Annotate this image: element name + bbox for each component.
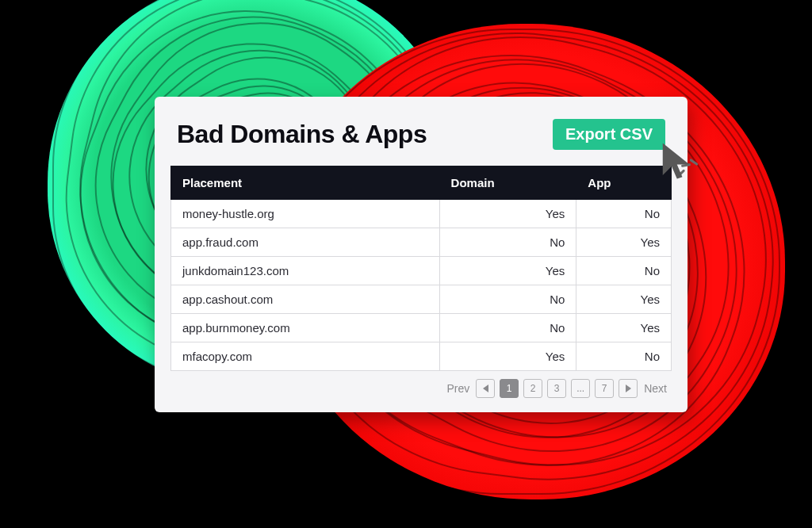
pager-page-2[interactable]: 2	[523, 379, 542, 398]
cell-app: No	[576, 342, 672, 371]
cell-placement: junkdomain123.com	[171, 257, 440, 285]
table-row: app.fraud.comNoYes	[171, 228, 672, 257]
cell-placement: app.burnmoney.com	[171, 314, 440, 342]
cell-domain: No	[439, 228, 576, 257]
table-row: junkdomain123.comYesNo	[171, 257, 672, 285]
placements-table: Placement Domain App money-hustle.orgYes…	[170, 166, 672, 371]
chevron-left-icon	[483, 385, 488, 392]
page-title: Bad Domains & Apps	[177, 120, 427, 149]
pager-page-3[interactable]: 3	[547, 379, 566, 398]
pager-page-7[interactable]: 7	[595, 379, 614, 398]
pager-page-1[interactable]: 1	[500, 379, 519, 398]
cell-domain: Yes	[439, 342, 576, 371]
cell-domain: No	[439, 314, 576, 342]
pagination: Prev 123...7 Next	[155, 379, 688, 398]
export-csv-button[interactable]: Export CSV	[553, 119, 665, 150]
cell-domain: Yes	[439, 257, 576, 285]
table-row: money-hustle.orgYesNo	[171, 200, 672, 228]
cell-domain: No	[439, 285, 576, 314]
cell-app: No	[576, 257, 672, 285]
col-placement: Placement	[171, 166, 440, 200]
cell-placement: app.fraud.com	[171, 228, 440, 257]
cursor-icon	[657, 140, 700, 186]
pager-page-...[interactable]: ...	[571, 379, 590, 398]
pager-prev-arrow[interactable]	[476, 379, 495, 398]
pager-next[interactable]: Next	[642, 382, 668, 395]
table-row: app.burnmoney.comNoYes	[171, 314, 672, 342]
chevron-right-icon	[626, 385, 631, 392]
table-row: app.cashout.comNoYes	[171, 285, 672, 314]
col-domain: Domain	[439, 166, 576, 200]
cell-placement: mfacopy.com	[171, 342, 440, 371]
pager-next-arrow[interactable]	[619, 379, 638, 398]
cell-placement: money-hustle.org	[171, 200, 440, 228]
table-row: mfacopy.comYesNo	[171, 342, 672, 371]
pager-prev[interactable]: Prev	[445, 382, 471, 395]
cell-app: No	[576, 200, 672, 228]
cell-app: Yes	[576, 314, 672, 342]
bad-domains-card: Bad Domains & Apps Export CSV Placement …	[155, 97, 688, 412]
cell-placement: app.cashout.com	[171, 285, 440, 314]
table-header-row: Placement Domain App	[171, 166, 672, 200]
cell-app: Yes	[576, 228, 672, 257]
export-csv-label: Export CSV	[565, 125, 653, 143]
cell-app: Yes	[576, 285, 672, 314]
cell-domain: Yes	[439, 200, 576, 228]
